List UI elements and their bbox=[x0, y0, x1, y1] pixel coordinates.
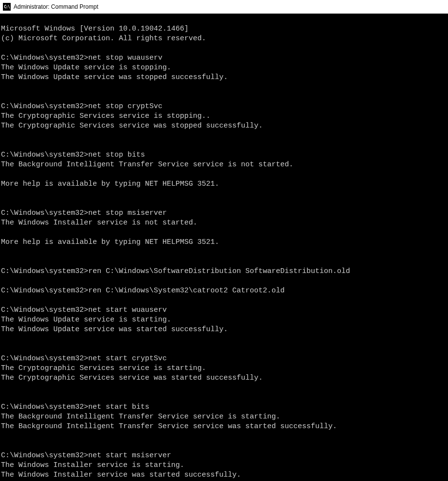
terminal-line bbox=[1, 199, 447, 208]
cmd-icon-text: C:\ bbox=[4, 5, 9, 9]
terminal-line bbox=[1, 170, 447, 179]
terminal-line: C:\Windows\system32>net start wuauserv bbox=[1, 305, 447, 315]
terminal-line: Microsoft Windows [Version 10.0.19042.14… bbox=[1, 24, 447, 34]
terminal-line: The Background Intelligent Transfer Serv… bbox=[1, 160, 447, 170]
terminal-line: C:\Windows\system32>net start bits bbox=[1, 402, 447, 412]
terminal-line: (c) Microsoft Corporation. All rights re… bbox=[1, 34, 447, 44]
terminal-line: More help is available by typing NET HEL… bbox=[1, 238, 447, 247]
terminal-line: The Windows Update service was stopped s… bbox=[1, 73, 447, 82]
terminal-line: C:\Windows\system32>net start cryptSvc bbox=[1, 354, 447, 364]
terminal-line: The Cryptographic Services service is st… bbox=[1, 112, 447, 121]
terminal-line: The Windows Update service is stopping. bbox=[1, 63, 447, 73]
terminal-line bbox=[1, 247, 447, 257]
terminal-line bbox=[1, 335, 447, 344]
terminal-line bbox=[1, 141, 447, 150]
terminal-line bbox=[1, 432, 447, 441]
terminal-line bbox=[1, 257, 447, 267]
terminal-line bbox=[1, 441, 447, 451]
terminal-line bbox=[1, 296, 447, 305]
terminal-line: C:\Windows\system32>ren C:\Windows\Syste… bbox=[1, 286, 447, 296]
terminal-line: More help is available by typing NET HEL… bbox=[1, 179, 447, 189]
terminal-line bbox=[1, 276, 447, 286]
terminal-line: The Windows Installer service is not sta… bbox=[1, 218, 447, 228]
terminal-line bbox=[1, 44, 447, 53]
terminal-line bbox=[1, 393, 447, 402]
terminal-line: The Windows Update service was started s… bbox=[1, 325, 447, 335]
terminal-line: C:\Windows\system32>net stop wuauserv bbox=[1, 53, 447, 63]
terminal-line bbox=[1, 189, 447, 199]
terminal-line: The Windows Installer service was starte… bbox=[1, 470, 447, 480]
window-titlebar[interactable]: C:\ Administrator: Command Prompt bbox=[0, 0, 448, 14]
terminal-output[interactable]: Microsoft Windows [Version 10.0.19042.14… bbox=[0, 14, 448, 481]
terminal-line bbox=[1, 82, 447, 92]
terminal-line bbox=[1, 92, 447, 102]
terminal-line: The Cryptographic Services service was s… bbox=[1, 373, 447, 383]
window-title: Administrator: Command Prompt bbox=[14, 3, 98, 10]
terminal-line: The Background Intelligent Transfer Serv… bbox=[1, 412, 447, 422]
terminal-line bbox=[1, 383, 447, 393]
terminal-line: The Windows Installer service is startin… bbox=[1, 461, 447, 470]
terminal-line: The Windows Update service is starting. bbox=[1, 315, 447, 325]
terminal-line: C:\Windows\system32>net stop bits bbox=[1, 150, 447, 160]
terminal-line: The Cryptographic Services service is st… bbox=[1, 364, 447, 373]
cmd-icon: C:\ bbox=[3, 3, 11, 11]
terminal-line bbox=[1, 344, 447, 354]
terminal-line: C:\Windows\system32>ren C:\Windows\Softw… bbox=[1, 267, 447, 276]
terminal-line: The Cryptographic Services service was s… bbox=[1, 121, 447, 131]
terminal-line bbox=[1, 228, 447, 238]
terminal-line bbox=[1, 131, 447, 141]
terminal-line: The Background Intelligent Transfer Serv… bbox=[1, 422, 447, 432]
terminal-line: C:\Windows\system32>net stop cryptSvc bbox=[1, 102, 447, 112]
terminal-line: C:\Windows\system32>net stop msiserver bbox=[1, 208, 447, 218]
terminal-line: C:\Windows\system32>net start msiserver bbox=[1, 451, 447, 461]
